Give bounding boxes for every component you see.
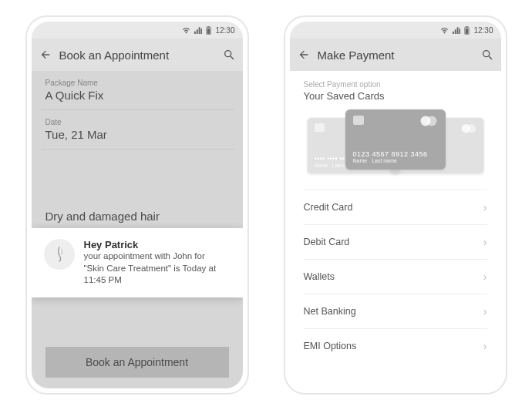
card-name-label: Name xyxy=(353,158,368,163)
saved-cards-carousel[interactable]: •••• •••• •••• ••••NameLast name •••• ••… xyxy=(304,109,487,180)
chevron-right-icon: › xyxy=(483,236,487,248)
svg-rect-1 xyxy=(208,26,210,27)
svg-rect-7 xyxy=(466,28,469,33)
card-chip-icon xyxy=(353,116,364,125)
wifi-icon xyxy=(440,27,449,34)
chevron-right-icon: › xyxy=(483,271,487,283)
page-title: Book an Appointment xyxy=(59,49,215,62)
app-bar: Book an Appointment xyxy=(32,39,243,71)
svg-point-15 xyxy=(426,116,436,126)
signal-icon xyxy=(453,27,460,34)
back-icon[interactable] xyxy=(39,49,52,61)
battery-icon xyxy=(206,26,211,35)
wifi-icon xyxy=(182,27,190,34)
phone-make-payment: 12:30 Make Payment Select Payment option… xyxy=(284,15,507,395)
notification-card[interactable]: Hey Patrick your appointment with John f… xyxy=(32,228,243,297)
search-icon[interactable] xyxy=(481,49,493,61)
payment-option-net-banking[interactable]: Net Banking› xyxy=(290,294,501,328)
status-bar: 12:30 xyxy=(290,22,501,39)
package-label: Package Name xyxy=(32,71,243,89)
search-icon[interactable] xyxy=(223,49,235,61)
saved-cards-heading: Your Saved Cards xyxy=(290,90,501,109)
package-value: A Quick Fix xyxy=(32,89,243,109)
payment-option-credit-card[interactable]: Credit Card› xyxy=(290,190,501,224)
card-last-label: Last name xyxy=(372,158,397,163)
book-appointment-button[interactable]: Book an Appointment xyxy=(45,347,229,378)
status-time: 12:30 xyxy=(215,26,234,35)
payment-option-emi[interactable]: EMI Options› xyxy=(290,329,501,363)
svg-line-4 xyxy=(231,56,234,59)
notification-avatar-icon xyxy=(44,239,75,270)
concern-value: Dry and damaged hair xyxy=(32,203,243,230)
card-number: 0123 4567 8912 3456 xyxy=(353,150,438,158)
page-title: Make Payment xyxy=(318,49,473,62)
app-bar: Make Payment xyxy=(290,39,501,71)
svg-line-9 xyxy=(489,56,492,59)
date-value: Tue, 21 Mar xyxy=(32,128,243,149)
card-chip-icon xyxy=(314,123,324,132)
chevron-right-icon: › xyxy=(483,305,487,318)
payment-option-debit-card[interactable]: Debit Card› xyxy=(290,225,501,259)
svg-rect-6 xyxy=(466,26,469,27)
chevron-right-icon: › xyxy=(483,201,487,213)
svg-point-3 xyxy=(224,51,231,57)
notification-body: your appointment with John for "Skin Car… xyxy=(84,250,223,287)
payment-content: Select Payment option Your Saved Cards •… xyxy=(290,71,501,388)
payment-option-wallets[interactable]: Wallets› xyxy=(290,260,501,294)
status-time: 12:30 xyxy=(473,26,493,35)
status-bar: 12:30 xyxy=(32,22,243,39)
back-icon[interactable] xyxy=(298,49,310,61)
phone-book-appointment: 12:30 Book an Appointment Package Name A… xyxy=(25,15,249,395)
form-content: Package Name A Quick Fix Date Tue, 21 Ma… xyxy=(32,71,243,388)
saved-card-front[interactable]: 0123 4567 8912 3456 Name Last name xyxy=(345,109,446,170)
select-payment-label: Select Payment option xyxy=(290,71,501,90)
chevron-right-icon: › xyxy=(483,340,487,352)
signal-icon xyxy=(194,27,202,34)
svg-point-8 xyxy=(483,51,489,57)
battery-icon xyxy=(464,26,470,35)
card-network-icon xyxy=(460,123,476,133)
svg-rect-2 xyxy=(207,28,210,33)
card-network-icon xyxy=(419,116,438,126)
date-label: Date xyxy=(32,110,243,128)
notification-title: Hey Patrick xyxy=(84,239,223,250)
